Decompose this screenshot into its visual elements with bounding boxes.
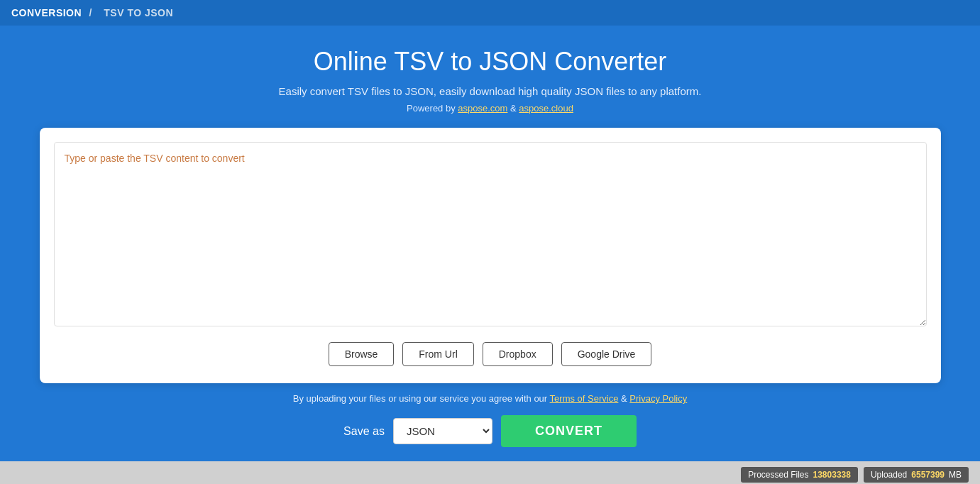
uploaded-badge: Uploaded 6557399 MB — [864, 467, 969, 483]
privacy-policy-link[interactable]: Privacy Policy — [629, 393, 687, 404]
upload-button-row: Browse From Url Dropbox Google Drive — [54, 342, 927, 366]
terms-prefix: By uploading your files or using our ser… — [293, 393, 547, 404]
browse-button[interactable]: Browse — [329, 342, 395, 366]
terms-of-service-link[interactable]: Terms of Service — [550, 393, 619, 404]
processed-files-badge: Processed Files 13803338 — [741, 467, 858, 483]
format-select[interactable]: JSON — [393, 418, 492, 444]
top-bar: CONVERSION / TSV TO JSON — [0, 0, 980, 26]
convert-button[interactable]: CONVERT — [501, 415, 637, 447]
subtitle: Easily convert TSV files to JSON, easily… — [279, 85, 702, 97]
breadcrumb: CONVERSION / TSV TO JSON — [11, 7, 177, 18]
main-content: Online TSV to JSON Converter Easily conv… — [0, 26, 980, 461]
converter-card: Browse From Url Dropbox Google Drive — [40, 128, 941, 383]
dropbox-button[interactable]: Dropbox — [483, 342, 553, 366]
save-as-label: Save as — [343, 425, 385, 438]
uploaded-unit: MB — [949, 470, 962, 480]
powered-by-between: & — [510, 103, 519, 114]
breadcrumb-current: TSV TO JSON — [104, 7, 173, 18]
footer: Processed Files 13803338 Uploaded 655739… — [0, 461, 980, 484]
uploaded-label: Uploaded — [871, 470, 907, 480]
terms-row: By uploading your files or using our ser… — [293, 393, 687, 404]
google-drive-button[interactable]: Google Drive — [561, 342, 652, 366]
terms-between: & — [621, 393, 629, 404]
processed-files-count: 13803338 — [813, 470, 851, 480]
tsv-input[interactable] — [54, 142, 927, 326]
from-url-button[interactable]: From Url — [402, 342, 473, 366]
aspose-cloud-link[interactable]: aspose.cloud — [519, 103, 573, 114]
powered-by-prefix: Powered by — [407, 103, 456, 114]
save-as-row: Save as JSON CONVERT — [343, 415, 637, 447]
page-title: Online TSV to JSON Converter — [314, 47, 667, 77]
uploaded-count: 6557399 — [911, 470, 945, 480]
powered-by: Powered by aspose.com & aspose.cloud — [407, 103, 573, 114]
aspose-com-link[interactable]: aspose.com — [458, 103, 507, 114]
processed-files-label: Processed Files — [748, 470, 808, 480]
breadcrumb-separator: / — [89, 7, 92, 18]
breadcrumb-conversion-link[interactable]: CONVERSION — [11, 7, 82, 18]
